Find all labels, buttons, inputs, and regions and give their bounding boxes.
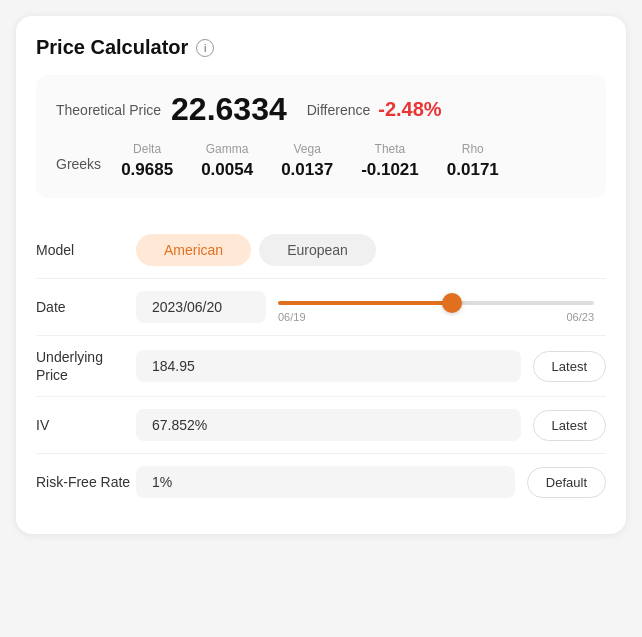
risk-free-rate-label: Risk-Free Rate xyxy=(36,473,136,491)
risk-free-rate-row: Risk-Free Rate 1% Default xyxy=(36,454,606,510)
slider-max-label: 06/23 xyxy=(566,311,594,323)
iv-row: IV 67.852% Latest xyxy=(36,397,606,454)
difference-label: Difference xyxy=(307,102,371,118)
page-title-row: Price Calculator i xyxy=(36,36,606,59)
form-section: Model American European Date 2023/06/20 … xyxy=(36,222,606,510)
iv-label: IV xyxy=(36,416,136,434)
theoretical-price-label: Theoretical Price xyxy=(56,102,161,118)
greek-name-gamma: Gamma xyxy=(206,142,249,156)
underlying-price-content: 184.95 Latest xyxy=(136,350,606,382)
slider-fill xyxy=(278,301,452,305)
slider-labels: 06/19 06/23 xyxy=(278,311,594,323)
model-row: Model American European xyxy=(36,222,606,279)
theoretical-price-value: 22.6334 xyxy=(171,91,287,128)
underlying-price-label: Underlying Price xyxy=(36,348,136,384)
date-input[interactable]: 2023/06/20 xyxy=(136,291,266,323)
model-european-button[interactable]: European xyxy=(259,234,376,266)
underlying-price-row: Underlying Price 184.95 Latest xyxy=(36,336,606,397)
risk-free-rate-content: 1% Default xyxy=(136,466,606,498)
model-toggle: American European xyxy=(136,234,606,266)
risk-free-rate-default-button[interactable]: Default xyxy=(527,467,606,498)
date-label: Date xyxy=(36,298,136,316)
greek-item-gamma: Gamma 0.0054 xyxy=(201,142,253,180)
greek-value-delta: 0.9685 xyxy=(121,160,173,180)
difference-value: -2.48% xyxy=(378,98,441,121)
info-icon[interactable]: i xyxy=(196,39,214,57)
greek-value-vega: 0.0137 xyxy=(281,160,333,180)
underlying-price-input[interactable]: 184.95 xyxy=(136,350,521,382)
slider-thumb[interactable] xyxy=(442,293,462,313)
model-label: Model xyxy=(36,241,136,259)
page-title: Price Calculator xyxy=(36,36,188,59)
greek-item-delta: Delta 0.9685 xyxy=(121,142,173,180)
greeks-items: Delta 0.9685 Gamma 0.0054 Vega 0.0137 Th… xyxy=(121,142,499,180)
slider-track[interactable] xyxy=(278,301,594,305)
greek-item-rho: Rho 0.0171 xyxy=(447,142,499,180)
greek-value-rho: 0.0171 xyxy=(447,160,499,180)
slider-min-label: 06/19 xyxy=(278,311,306,323)
greek-value-gamma: 0.0054 xyxy=(201,160,253,180)
price-calculator-card: Price Calculator i Theoretical Price 22.… xyxy=(16,16,626,534)
greek-name-vega: Vega xyxy=(293,142,320,156)
greek-value-theta: -0.1021 xyxy=(361,160,419,180)
summary-box: Theoretical Price 22.6334 Difference -2.… xyxy=(36,75,606,198)
date-slider-wrapper: 06/19 06/23 xyxy=(266,291,606,323)
greeks-label: Greeks xyxy=(56,142,101,172)
iv-latest-button[interactable]: Latest xyxy=(533,410,606,441)
greek-name-delta: Delta xyxy=(133,142,161,156)
greek-name-theta: Theta xyxy=(375,142,406,156)
greek-name-rho: Rho xyxy=(462,142,484,156)
risk-free-rate-input[interactable]: 1% xyxy=(136,466,515,498)
greek-item-theta: Theta -0.1021 xyxy=(361,142,419,180)
summary-top: Theoretical Price 22.6334 Difference -2.… xyxy=(56,91,586,128)
greeks-row: Greeks Delta 0.9685 Gamma 0.0054 Vega 0.… xyxy=(56,142,586,180)
iv-content: 67.852% Latest xyxy=(136,409,606,441)
date-row: Date 2023/06/20 06/19 06/23 xyxy=(36,279,606,336)
model-american-button[interactable]: American xyxy=(136,234,251,266)
underlying-price-latest-button[interactable]: Latest xyxy=(533,351,606,382)
greek-item-vega: Vega 0.0137 xyxy=(281,142,333,180)
date-row-content: 2023/06/20 06/19 06/23 xyxy=(136,291,606,323)
iv-input[interactable]: 67.852% xyxy=(136,409,521,441)
